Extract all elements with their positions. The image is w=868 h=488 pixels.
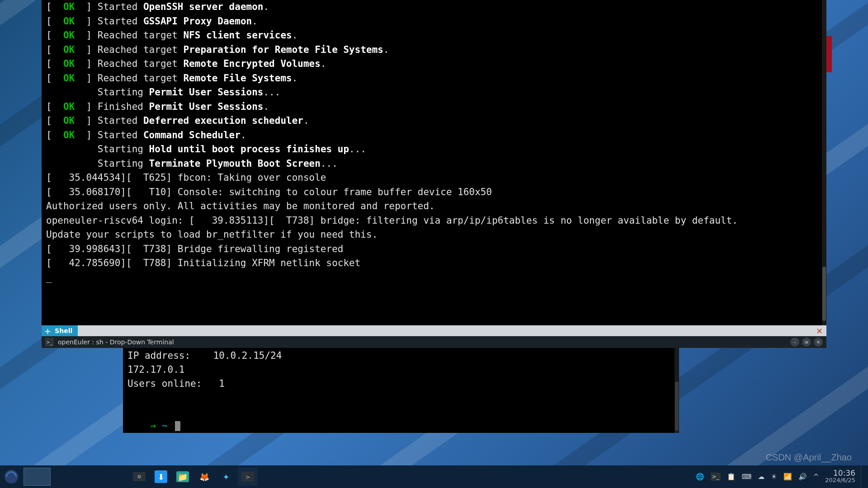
tray-keyboard-icon[interactable]: ⌨ bbox=[742, 473, 752, 481]
kernel-line: [ 39.998643][ T738] Bridge firewalling r… bbox=[46, 242, 822, 257]
taskbar-item-terminal[interactable]: > bbox=[238, 468, 258, 486]
fedora-logo-icon bbox=[5, 470, 18, 483]
lower-scrollbar-thumb[interactable] bbox=[675, 381, 679, 431]
terminal-app-icon: > bbox=[241, 472, 254, 482]
terminal-icon: >_ bbox=[45, 338, 53, 346]
dropdown-terminal-title: openEuler : sh - Drop-Down Terminal bbox=[58, 338, 174, 346]
clock-time: 10:36 bbox=[825, 469, 855, 477]
shell-tab[interactable]: + Shell bbox=[42, 325, 78, 336]
taskbar-item-settings[interactable]: ⚙ bbox=[129, 468, 149, 486]
boot-line: [ OK ] Reached target Preparation for Re… bbox=[46, 43, 822, 57]
tray-volume-icon[interactable]: 🔊 bbox=[798, 473, 807, 481]
login-line: Update your scripts to load br_netfilter… bbox=[46, 228, 822, 242]
kernel-line: [ 35.068170][ T10] Console: switching to… bbox=[46, 185, 822, 200]
tray-cloud-icon[interactable]: ☁ bbox=[758, 473, 764, 481]
clock-date: 2024/6/25 bbox=[825, 477, 855, 484]
system-tray: 🌐 >_ 📋 ⌨ ☁ ☀ 📶 🔊 ^ 10:36 2024/6/25 bbox=[690, 469, 861, 484]
taskbar-item-discover[interactable]: ⬇ bbox=[151, 468, 171, 486]
firefox-icon: 🦊 bbox=[198, 470, 211, 483]
tray-brightness-icon[interactable]: ☀ bbox=[771, 473, 777, 481]
boot-line: [ OK ] Started GSSAPI Proxy Daemon. bbox=[46, 14, 822, 29]
terminal-line: 172.17.0.1 bbox=[127, 363, 675, 377]
boot-terminal[interactable]: [ OK ] Started OpenSSH server daemon.[ O… bbox=[42, 0, 826, 325]
taskbar-item-firefox[interactable]: 🦊 bbox=[194, 468, 214, 486]
tray-expand-icon[interactable]: ^ bbox=[813, 473, 819, 481]
discover-icon: ⬇ bbox=[155, 470, 167, 483]
taskbar-item-kate[interactable]: ✦ bbox=[216, 468, 236, 486]
boot-line: [ OK ] Started OpenSSH server daemon. bbox=[46, 0, 822, 14]
kernel-line: [ 42.785690][ T788] Initializing XFRM ne… bbox=[46, 256, 822, 271]
boot-line: [ OK ] Reached target Remote File System… bbox=[46, 71, 822, 86]
start-button[interactable] bbox=[0, 465, 23, 488]
add-tab-icon[interactable]: + bbox=[44, 326, 51, 336]
show-desktop-button[interactable] bbox=[861, 465, 868, 488]
settings-icon: ⚙ bbox=[133, 472, 146, 481]
minimize-button[interactable]: – bbox=[790, 338, 799, 347]
prompt-path: ~ bbox=[162, 420, 173, 431]
lower-scrollbar[interactable] bbox=[675, 348, 679, 433]
login-line: openeuler-riscv64 login: [ 39.835113][ T… bbox=[46, 214, 822, 228]
boot-line: [ OK ] Finished Permit User Sessions. bbox=[46, 100, 822, 114]
cursor-line: _ bbox=[46, 271, 822, 285]
taskbar-item-files[interactable]: 📁 bbox=[173, 468, 193, 486]
shell-tabbar: + Shell ✕ bbox=[42, 325, 826, 336]
kernel-line: [ 35.044534][ T625] fbcon: Taking over c… bbox=[46, 171, 822, 185]
tray-wifi-icon[interactable]: 📶 bbox=[783, 473, 792, 481]
boot-scrollbar-thumb[interactable] bbox=[822, 267, 826, 321]
taskbar-panel: ⚙ ⬇ 📁 🦊 ✦ > 🌐 >_ 📋 ⌨ ☁ ☀ 📶 🔊 ^ 10:36 202… bbox=[0, 465, 868, 488]
boot-line: [ OK ] Reached target NFS client service… bbox=[46, 28, 822, 43]
lower-terminal[interactable]: IP address: 10.0.2.15/24 172.17.0.1 User… bbox=[123, 348, 679, 433]
terminal-line: IP address: 10.0.2.15/24 bbox=[127, 349, 675, 363]
boot-line: [ OK ] Reached target Remote Encrypted V… bbox=[46, 57, 822, 71]
boot-line: [ OK ] Started Deferred execution schedu… bbox=[46, 114, 822, 128]
dropdown-terminal-titlebar[interactable]: >_ openEuler : sh - Drop-Down Terminal –… bbox=[42, 336, 826, 348]
close-button[interactable]: ✕ bbox=[814, 338, 823, 347]
terminal-cursor bbox=[175, 421, 180, 431]
boot-line: Starting Hold until boot process finishe… bbox=[46, 142, 822, 157]
watermark-text: CSDN @April__Zhao bbox=[766, 452, 852, 463]
prompt-line[interactable]: → ~ bbox=[127, 405, 675, 433]
tray-clipboard-icon[interactable]: 📋 bbox=[727, 473, 736, 481]
close-tab-button[interactable]: ✕ bbox=[812, 325, 826, 336]
shell-tab-label: Shell bbox=[55, 327, 72, 334]
boot-scrollbar[interactable] bbox=[822, 0, 826, 325]
blank-line bbox=[127, 391, 675, 405]
tray-terminal-icon[interactable]: >_ bbox=[711, 473, 721, 481]
taskbar-item-active[interactable] bbox=[24, 468, 51, 486]
folder-icon: 📁 bbox=[176, 471, 189, 482]
clock[interactable]: 10:36 2024/6/25 bbox=[825, 469, 855, 484]
auth-line: Authorized users only. All activities ma… bbox=[46, 199, 822, 214]
kate-icon: ✦ bbox=[220, 470, 232, 483]
boot-line: Starting Terminate Plymouth Boot Screen.… bbox=[46, 157, 822, 171]
boot-line: Starting Permit User Sessions... bbox=[46, 85, 822, 100]
menu-button[interactable]: ≡ bbox=[802, 338, 811, 347]
tray-globe-icon[interactable]: 🌐 bbox=[696, 473, 704, 481]
terminal-line: Users online: 1 bbox=[127, 377, 675, 391]
boot-line: [ OK ] Started Command Scheduler. bbox=[46, 128, 822, 143]
prompt-arrow-icon: → bbox=[151, 420, 162, 431]
